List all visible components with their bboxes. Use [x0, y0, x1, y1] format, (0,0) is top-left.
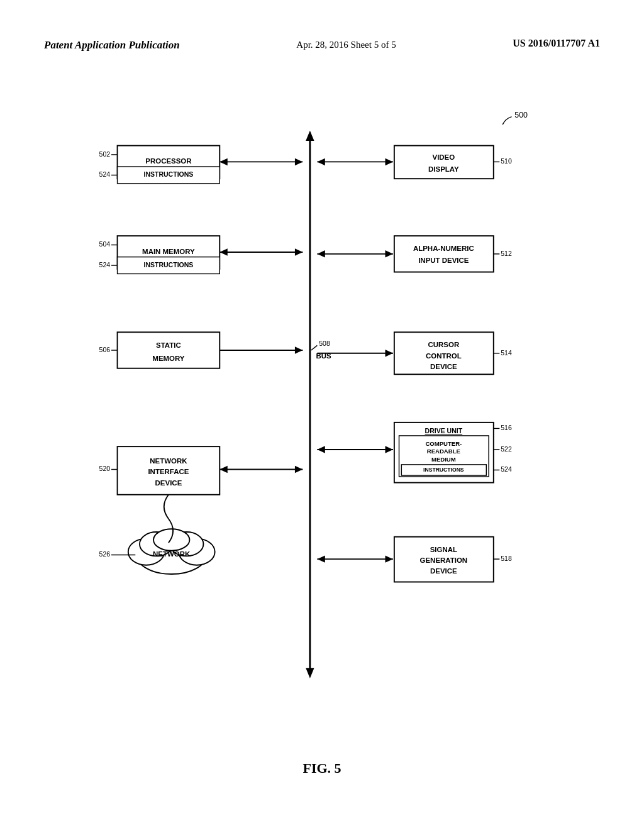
svg-marker-14	[219, 158, 227, 165]
svg-text:502: 502	[99, 150, 111, 158]
svg-text:DEVICE: DEVICE	[155, 479, 182, 487]
svg-text:CONTROL: CONTROL	[426, 352, 462, 360]
svg-marker-3	[306, 668, 314, 678]
svg-text:500: 500	[514, 111, 528, 119]
header-center: Apr. 28, 2016 Sheet 5 of 5	[296, 38, 396, 52]
header-right: US 2016/0117707 A1	[513, 38, 600, 49]
svg-text:MEMORY: MEMORY	[152, 355, 185, 362]
svg-text:INSTRUCTIONS: INSTRUCTIONS	[143, 170, 193, 178]
svg-text:NETWORK: NETWORK	[150, 457, 187, 465]
svg-text:PROCESSOR: PROCESSOR	[145, 157, 192, 165]
svg-text:MEDIUM: MEDIUM	[431, 456, 456, 463]
svg-text:DISPLAY: DISPLAY	[428, 165, 459, 173]
svg-text:MAIN MEMORY: MAIN MEMORY	[142, 248, 195, 255]
svg-rect-26	[118, 332, 220, 368]
svg-marker-59	[386, 158, 393, 165]
svg-text:520: 520	[99, 465, 111, 472]
svg-marker-68	[317, 250, 325, 257]
svg-marker-102	[317, 555, 325, 562]
svg-text:526: 526	[99, 550, 111, 558]
svg-marker-43	[219, 466, 227, 473]
svg-text:522: 522	[501, 445, 512, 453]
svg-marker-25	[219, 248, 227, 255]
svg-marker-76	[386, 350, 393, 357]
svg-text:510: 510	[501, 157, 512, 165]
svg-text:518: 518	[501, 555, 512, 562]
svg-marker-2	[306, 131, 314, 141]
svg-marker-93	[317, 446, 325, 453]
svg-text:514: 514	[501, 349, 512, 357]
patent-diagram: 500 PROCESSOR INSTRUCTIONS 502 524 MAIN …	[38, 97, 606, 729]
svg-text:508: 508	[319, 340, 330, 347]
svg-text:NETWORK: NETWORK	[153, 550, 191, 558]
svg-text:COMPUTER-: COMPUTER-	[425, 440, 462, 447]
svg-text:BUS: BUS	[316, 352, 331, 360]
svg-text:524: 524	[99, 170, 111, 178]
svg-marker-101	[386, 555, 393, 562]
svg-rect-61	[394, 236, 494, 272]
svg-text:INSTRUCTIONS: INSTRUCTIONS	[423, 467, 464, 473]
svg-point-49	[153, 529, 189, 550]
svg-text:516: 516	[501, 424, 512, 431]
figure-caption: FIG. 5	[0, 760, 644, 777]
svg-marker-13	[295, 158, 303, 165]
svg-marker-42	[295, 466, 303, 473]
svg-text:DEVICE: DEVICE	[430, 567, 457, 575]
svg-text:SIGNAL: SIGNAL	[430, 546, 457, 553]
svg-text:READABLE: READABLE	[427, 448, 460, 455]
header-left: Patent Application Publication	[44, 38, 180, 53]
svg-text:524: 524	[501, 465, 512, 473]
page-header: Patent Application Publication Apr. 28, …	[0, 38, 644, 53]
svg-text:STATIC: STATIC	[156, 341, 181, 349]
svg-text:504: 504	[99, 240, 111, 248]
svg-text:GENERATION: GENERATION	[420, 556, 468, 564]
svg-text:524: 524	[99, 261, 111, 268]
svg-text:INSTRUCTIONS: INSTRUCTIONS	[143, 261, 193, 268]
svg-text:ALPHA-NUMERIC: ALPHA-NUMERIC	[413, 245, 474, 252]
svg-text:DEVICE: DEVICE	[430, 363, 457, 370]
svg-text:INPUT DEVICE: INPUT DEVICE	[418, 257, 469, 264]
svg-rect-53	[394, 146, 494, 179]
svg-marker-67	[386, 250, 393, 257]
svg-text:VIDEO: VIDEO	[432, 153, 455, 161]
svg-marker-92	[386, 446, 393, 453]
svg-marker-32	[295, 346, 303, 353]
svg-text:506: 506	[99, 346, 111, 353]
svg-line-34	[311, 345, 318, 350]
svg-text:512: 512	[501, 250, 512, 257]
svg-text:DRIVE UNIT: DRIVE UNIT	[425, 427, 463, 434]
svg-marker-60	[317, 158, 325, 165]
svg-text:CURSOR: CURSOR	[428, 341, 459, 348]
svg-text:INTERFACE: INTERFACE	[148, 468, 189, 475]
svg-marker-24	[295, 248, 303, 255]
